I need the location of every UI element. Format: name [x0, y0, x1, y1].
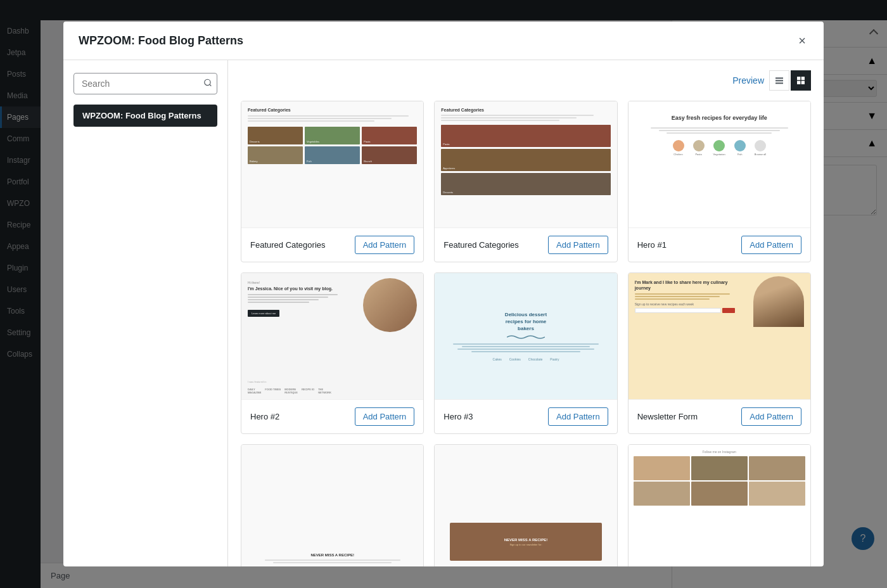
list-view-icon	[774, 75, 784, 86]
search-icon	[203, 79, 212, 87]
preview-link[interactable]: Preview	[732, 75, 764, 86]
pattern-footer-newsletter: Newsletter Form Add Pattern	[629, 400, 810, 433]
pattern-name-newsletter: Newsletter Form	[637, 412, 698, 421]
pattern-card-bottom-3: Follow me on Instagram	[628, 444, 811, 566]
pattern-preview-featured-cats-2: Featured Categories Pasta	[435, 101, 616, 228]
pattern-card-featured-cats-2: Featured Categories Pasta	[434, 101, 617, 262]
modal-toolbar: Preview	[241, 70, 811, 91]
pattern-footer-hero-1: Hero #1 Add Pattern	[629, 228, 810, 262]
search-input[interactable]	[73, 73, 217, 94]
pattern-preview-hero-3: Delicious dessertrecipes for homebakers …	[435, 273, 616, 400]
view-list-button[interactable]	[769, 70, 789, 91]
svg-rect-2	[775, 77, 783, 79]
modal-title: WPZOOM: Food Blog Patterns	[79, 34, 243, 48]
pattern-card-hero-2: Hi there! I'm Jessica. Nice of you to vi…	[241, 272, 424, 434]
pattern-card-featured-cats-1: Featured Categories Desserts Vegetables	[241, 101, 424, 262]
view-toggle	[769, 70, 811, 91]
add-pattern-button-hero-1[interactable]: Add Pattern	[741, 236, 801, 254]
add-pattern-button-featured-cats-2[interactable]: Add Pattern	[548, 236, 608, 254]
pattern-name-featured-cats-2: Featured Categories	[444, 240, 519, 250]
search-icon-button[interactable]	[203, 79, 212, 89]
pattern-name-hero-2: Hero #2	[250, 412, 279, 421]
patterns-grid: Featured Categories Desserts Vegetables	[241, 101, 811, 566]
modal-body: WPZOOM: Food Blog Patterns Preview	[63, 60, 824, 566]
pattern-preview-newsletter: I'm Mark and I like to share here my cul…	[629, 273, 810, 400]
pattern-preview-bottom-3: Follow me on Instagram	[629, 445, 810, 566]
pattern-footer-featured-cats-2: Featured Categories Add Pattern	[435, 228, 616, 262]
add-pattern-button-hero-2[interactable]: Add Pattern	[355, 407, 415, 426]
pattern-preview-hero-1: Easy fresh recipes for everyday life Chi…	[629, 101, 810, 228]
pattern-preview-featured-cats-1: Featured Categories Desserts Vegetables	[241, 101, 423, 228]
svg-rect-4	[775, 82, 783, 84]
svg-rect-5	[797, 77, 800, 80]
pattern-name-hero-3: Hero #3	[444, 412, 473, 421]
pattern-card-bottom-2: NEVER MISS A RECIPE! Sign up to our news…	[434, 444, 617, 566]
svg-rect-8	[801, 81, 805, 84]
pattern-preview-bottom-1: NEVER MISS A RECIPE!	[241, 445, 423, 566]
search-box	[73, 73, 217, 94]
add-pattern-button-featured-cats-1[interactable]: Add Pattern	[355, 236, 415, 254]
modal-sidebar: WPZOOM: Food Blog Patterns	[63, 60, 228, 566]
svg-point-0	[205, 79, 210, 85]
pattern-footer-hero-2: Hero #2 Add Pattern	[241, 400, 423, 433]
svg-line-1	[210, 84, 212, 86]
add-pattern-button-hero-3[interactable]: Add Pattern	[548, 407, 608, 426]
svg-rect-6	[801, 77, 805, 80]
view-grid-button[interactable]	[791, 70, 811, 91]
modal-main: Preview	[228, 60, 824, 566]
pattern-name-hero-1: Hero #1	[637, 240, 667, 250]
add-pattern-button-newsletter[interactable]: Add Pattern	[741, 407, 801, 426]
pattern-preview-bottom-2: NEVER MISS A RECIPE! Sign up to our news…	[435, 445, 616, 566]
modal-header: WPZOOM: Food Blog Patterns ×	[63, 22, 824, 60]
modal-overlay: WPZOOM: Food Blog Patterns × WPZOOM: Foo…	[0, 0, 887, 588]
pattern-card-newsletter: I'm Mark and I like to share here my cul…	[628, 272, 811, 434]
pattern-card-bottom-1: NEVER MISS A RECIPE! Add Pattern	[241, 444, 424, 566]
pattern-card-hero-1: Easy fresh recipes for everyday life Chi…	[628, 101, 811, 262]
wavy-line-icon	[507, 335, 545, 340]
pattern-footer-featured-cats-1: Featured Categories Add Pattern	[241, 228, 423, 262]
pattern-preview-hero-2: Hi there! I'm Jessica. Nice of you to vi…	[241, 273, 423, 400]
modal-close-button[interactable]: ×	[796, 32, 808, 49]
pattern-name-featured-cats-1: Featured Categories	[250, 240, 326, 250]
svg-rect-3	[775, 80, 783, 81]
pattern-card-hero-3: Delicious dessertrecipes for homebakers …	[434, 272, 617, 434]
patterns-modal: WPZOOM: Food Blog Patterns × WPZOOM: Foo…	[63, 22, 824, 566]
pattern-footer-hero-3: Hero #3 Add Pattern	[435, 400, 616, 433]
svg-rect-7	[797, 81, 800, 84]
grid-view-icon	[796, 75, 806, 86]
pattern-category-button[interactable]: WPZOOM: Food Blog Patterns	[73, 105, 217, 127]
